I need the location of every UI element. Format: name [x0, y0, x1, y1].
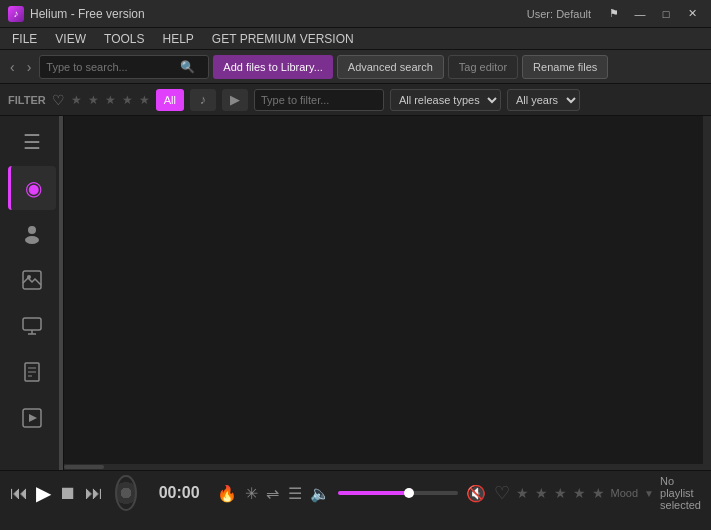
- right-player: ♡ ★ ★ ★ ★ ★ Mood ▼ No playlist selected: [494, 475, 701, 511]
- toolbar: ‹ › 🔍 Add files to Library... Advanced s…: [0, 50, 711, 84]
- filter-label: FILTER: [8, 94, 46, 106]
- search-icon: 🔍: [180, 60, 195, 74]
- filter-type-audio-button[interactable]: ♪: [190, 89, 216, 111]
- svg-point-1: [25, 236, 39, 244]
- playlist-status: No playlist selected: [660, 475, 701, 511]
- vertical-scrollbar[interactable]: [703, 116, 711, 470]
- mute-icon[interactable]: 🔇: [466, 481, 486, 505]
- maximize-button[interactable]: □: [655, 5, 677, 23]
- mood-label: Mood: [611, 487, 639, 499]
- sidebar-radio-button[interactable]: ◉: [8, 166, 56, 210]
- horizontal-scroll-thumb[interactable]: [64, 465, 104, 469]
- rating-star5[interactable]: ★: [592, 485, 605, 501]
- svg-rect-4: [23, 318, 41, 330]
- play-square-icon: [21, 407, 43, 429]
- monitor-icon: [21, 315, 43, 337]
- next-button[interactable]: ⏭: [85, 479, 103, 507]
- stop-button[interactable]: ⏹: [59, 479, 77, 507]
- release-type-select[interactable]: All release types Album Single EP Compil…: [390, 89, 501, 111]
- rating-star2[interactable]: ★: [535, 485, 548, 501]
- star-icon[interactable]: ✳: [245, 481, 258, 505]
- nav-back-button[interactable]: ‹: [6, 57, 19, 77]
- svg-point-0: [28, 226, 36, 234]
- minimize-button[interactable]: —: [629, 5, 651, 23]
- menu-tools[interactable]: TOOLS: [96, 30, 152, 48]
- star3[interactable]: ★: [105, 93, 116, 107]
- sidebar-media-button[interactable]: [8, 396, 56, 440]
- user-info: User: Default: [527, 8, 591, 20]
- menu-help[interactable]: HELP: [154, 30, 201, 48]
- favorite-button[interactable]: ♡: [494, 482, 510, 504]
- volume-icon[interactable]: 🔈: [310, 481, 330, 505]
- tag-editor-button[interactable]: Tag editor: [448, 55, 518, 79]
- advanced-search-button[interactable]: Advanced search: [337, 55, 444, 79]
- rating-star4[interactable]: ★: [573, 485, 586, 501]
- svg-marker-12: [29, 414, 37, 422]
- title-left: ♪ Helium - Free version: [8, 6, 145, 22]
- horizontal-scrollbar[interactable]: [64, 464, 703, 470]
- radio-icon: ◉: [25, 176, 42, 200]
- rating-star1[interactable]: ★: [516, 485, 529, 501]
- filter-type-video-button[interactable]: ▶: [222, 89, 248, 111]
- flag-button[interactable]: ⚑: [603, 5, 625, 23]
- menu-view[interactable]: VIEW: [47, 30, 94, 48]
- add-files-button[interactable]: Add files to Library...: [213, 55, 332, 79]
- play-button[interactable]: ▶: [36, 479, 51, 507]
- rating-star3[interactable]: ★: [554, 485, 567, 501]
- favorite-filter-icon[interactable]: ♡: [52, 92, 65, 108]
- sidebar: ☰ ◉: [0, 116, 64, 470]
- sidebar-library-button[interactable]: ☰: [8, 120, 56, 164]
- title-bar: ♪ Helium - Free version User: Default ⚑ …: [0, 0, 711, 28]
- prev-button[interactable]: ⏮: [10, 479, 28, 507]
- year-select[interactable]: All years 2024 2023 2022: [507, 89, 580, 111]
- shuffle-icon[interactable]: ⇌: [266, 481, 279, 505]
- menu-premium[interactable]: GET PREMIUM VERSION: [204, 30, 362, 48]
- main-layout: ☰ ◉: [0, 116, 711, 470]
- document-icon: [21, 361, 43, 383]
- search-input[interactable]: [46, 61, 176, 73]
- filter-bar: FILTER ♡ ★ ★ ★ ★ ★ All ♪ ▶ All release t…: [0, 84, 711, 116]
- rename-files-button[interactable]: Rename files: [522, 55, 608, 79]
- player-controls: ⏮ ▶ ⏹ ⏭ 00:00 🔥 ✳ ⇌ ☰ 🔈 🔇 ♡ ★ ★ ★ ★ ★ Mo…: [0, 471, 711, 515]
- menu-bar: FILE VIEW TOOLS HELP GET PREMIUM VERSION: [0, 28, 711, 50]
- disc-icon: [115, 475, 137, 511]
- star4[interactable]: ★: [122, 93, 133, 107]
- queue-icon[interactable]: ☰: [288, 481, 302, 505]
- sidebar-artist-button[interactable]: [8, 212, 56, 256]
- star5[interactable]: ★: [139, 93, 150, 107]
- sidebar-scrollbar[interactable]: [59, 116, 63, 470]
- sidebar-display-button[interactable]: [8, 304, 56, 348]
- search-box: 🔍: [39, 55, 209, 79]
- time-display: 00:00: [149, 484, 209, 502]
- fire-icon[interactable]: 🔥: [217, 481, 237, 505]
- filter-all-button[interactable]: All: [156, 89, 184, 111]
- player-bar: ⏮ ▶ ⏹ ⏭ 00:00 🔥 ✳ ⇌ ☰ 🔈 🔇 ♡ ★ ★ ★ ★ ★ Mo…: [0, 470, 711, 530]
- star2[interactable]: ★: [88, 93, 99, 107]
- app-icon: ♪: [8, 6, 24, 22]
- star1[interactable]: ★: [71, 93, 82, 107]
- title-right: User: Default ⚑ — □ ✕: [527, 5, 703, 23]
- volume-slider[interactable]: [338, 491, 458, 495]
- person-icon: [21, 223, 43, 245]
- close-button[interactable]: ✕: [681, 5, 703, 23]
- sidebar-albumart-button[interactable]: [8, 258, 56, 302]
- title-text: Helium - Free version: [30, 7, 145, 21]
- filter-text-input[interactable]: [254, 89, 384, 111]
- sidebar-notes-button[interactable]: [8, 350, 56, 394]
- content-area: [64, 116, 711, 470]
- photo-icon: [21, 269, 43, 291]
- menu-file[interactable]: FILE: [4, 30, 45, 48]
- nav-forward-button[interactable]: ›: [23, 57, 36, 77]
